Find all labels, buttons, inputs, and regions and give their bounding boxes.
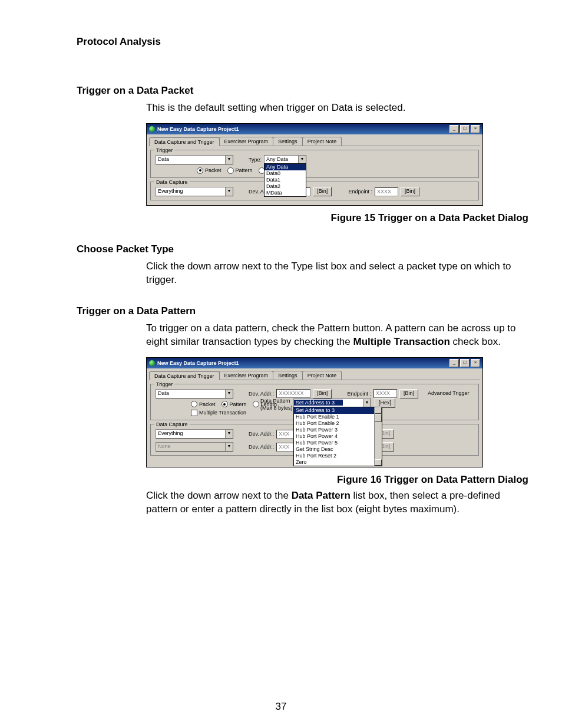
data-capture-select[interactable]: Everything▼ [156, 429, 233, 439]
type-label: Type: [249, 156, 262, 163]
tab-capture-trigger[interactable]: Data Capture and Trigger [149, 371, 220, 380]
running-header: Protocol Analysis [77, 35, 528, 49]
group-data-capture: Data Capture Everything▼ Dev. Addr.: XXX… [150, 182, 479, 200]
page-number: 37 [0, 700, 562, 714]
app-icon [149, 360, 155, 366]
dp-option[interactable]: Get String Desc [294, 446, 375, 453]
tab-settings[interactable]: Settings [273, 137, 303, 146]
chevron-down-icon[interactable]: ▼ [225, 390, 233, 398]
chevron-down-icon[interactable]: ▼ [225, 156, 233, 164]
dp-option[interactable]: Hub Port Enable 1 [294, 414, 375, 420]
radio-pattern[interactable]: Pattern [227, 167, 253, 174]
chevron-down-icon[interactable]: ▼ [225, 430, 233, 438]
advanced-trigger-label[interactable]: Advanced Trigger [428, 391, 470, 396]
tab-project-note[interactable]: Project Note [302, 137, 342, 146]
endpoint-bin-button[interactable]: [Bin] [401, 187, 419, 196]
body-s2: Click the down arrow next to the Type li… [146, 260, 528, 287]
devaddr-bin-button[interactable]: [Bin] [313, 187, 332, 196]
chevron-down-icon[interactable]: ▼ [363, 399, 371, 407]
chevron-down-icon: ▼ [225, 443, 233, 451]
tab-exerciser[interactable]: Exerciser Program [219, 371, 274, 380]
legend-data-capture: Data Capture [154, 179, 190, 186]
scrollbar[interactable] [374, 407, 382, 466]
devaddr-label: Dev. Addr.: [249, 430, 274, 437]
app-icon [149, 126, 155, 132]
group-trigger: Trigger Data▼ Type: Any Data▼ Any Data D… [150, 150, 479, 178]
caption-fig16: Figure 16 Trigger on Data Pattern Dialog [77, 473, 528, 487]
data-pattern-label: Data Pattern [260, 397, 293, 404]
dp-option[interactable]: Hub Port Power 3 [294, 427, 375, 433]
radio-packet[interactable]: Packet [197, 167, 222, 174]
devaddr-bin-button[interactable]: [Bin] [313, 389, 332, 398]
body-s4: Click the down arrow next to the Data Pa… [146, 489, 528, 516]
legend-trigger: Trigger [154, 147, 174, 154]
dialog-fig16: New Easy Data Capture Project1 _ □ × Dat… [146, 357, 483, 467]
endpoint-field[interactable]: XXXX [373, 389, 397, 398]
dp-option[interactable]: Hub Port Reset 2 [294, 453, 375, 459]
window-title: New Easy Data Capture Project1 [157, 126, 449, 133]
data-capture-select[interactable]: Everything▼ [156, 187, 233, 196]
tab-exerciser[interactable]: Exerciser Program [219, 137, 274, 146]
type-option[interactable]: Any Data [265, 164, 306, 170]
trigger-select[interactable]: Data▼ [156, 155, 233, 164]
type-option[interactable]: Data2 [265, 183, 306, 190]
devaddr-label: Dev. Addr.: [249, 390, 274, 397]
data-pattern-dropdown-list[interactable]: Set Address to 3 Hub Port Enable 1 Hub P… [293, 407, 382, 466]
legend-trigger: Trigger [154, 381, 174, 388]
body-s3: To trigger on a data pattern, check the … [146, 322, 528, 349]
type-option[interactable]: Data0 [265, 170, 306, 177]
type-dropdown-list[interactable]: Any Data Data0 Data1 Data2 MData [264, 163, 306, 197]
chevron-down-icon[interactable]: ▼ [225, 187, 233, 196]
radio-packet[interactable]: Packet [191, 401, 216, 408]
type-option[interactable]: Data1 [265, 177, 306, 183]
endpoint-label: Endpoint : [347, 390, 371, 397]
tab-project-note[interactable]: Project Note [302, 371, 342, 380]
minimize-icon[interactable]: _ [449, 359, 459, 367]
dp-option[interactable]: Hub Port Enable 2 [294, 420, 375, 427]
legend-data-capture: Data Capture [154, 421, 190, 428]
tab-capture-trigger[interactable]: Data Capture and Trigger [149, 137, 220, 146]
checkbox-multitrans[interactable]: Multiple Transaction [191, 409, 246, 416]
heading-trigger-packet: Trigger on a Data Packet [77, 84, 528, 98]
window-title: New Easy Data Capture Project1 [157, 360, 449, 367]
dp-option[interactable]: Hub Port Power 5 [294, 440, 375, 446]
body-s1: This is the default setting when trigger… [146, 101, 528, 115]
devaddr-field2[interactable]: XXX [276, 430, 294, 439]
data-capture-select2: None▼ [156, 442, 233, 452]
maximize-icon[interactable]: □ [460, 125, 470, 133]
devaddr-field3: XXX [276, 443, 294, 452]
maximize-icon[interactable]: □ [460, 359, 470, 367]
endpoint-field[interactable]: XXXX [375, 187, 398, 196]
chevron-down-icon[interactable]: ▼ [298, 156, 306, 164]
heading-choose-packet-type: Choose Packet Type [77, 243, 528, 256]
endpoint-bin-button[interactable]: [Bin] [399, 389, 418, 398]
dp-option[interactable]: Set Address to 3 [294, 407, 375, 414]
close-icon[interactable]: × [471, 125, 480, 133]
close-icon[interactable]: × [471, 359, 480, 367]
type-select[interactable]: Any Data▼ Any Data Data0 Data1 Data2 MDa… [264, 155, 306, 164]
radio-pattern[interactable]: Pattern [222, 401, 247, 408]
heading-trigger-pattern: Trigger on a Data Pattern [77, 305, 528, 318]
group-trigger: Trigger Data▼ Dev. Addr.: XXXXXXX [Bin] … [150, 384, 479, 420]
dp-option[interactable]: Hub Port Power 4 [294, 433, 375, 440]
data-pattern-sub: (Max 8 bytes) [260, 404, 293, 411]
type-option[interactable]: MData [265, 190, 306, 196]
tab-settings[interactable]: Settings [273, 371, 303, 380]
trigger-select[interactable]: Data▼ [156, 389, 233, 398]
caption-fig15: Figure 15 Trigger on a Data Packet Dialo… [77, 212, 528, 225]
dialog-fig15: New Easy Data Capture Project1 _ □ × Dat… [146, 123, 483, 206]
minimize-icon[interactable]: _ [449, 125, 459, 133]
devaddr-label: Dev. Addr.: [249, 443, 274, 450]
dp-option[interactable]: Zero [294, 459, 375, 466]
endpoint-label: Endpoint : [348, 188, 372, 195]
